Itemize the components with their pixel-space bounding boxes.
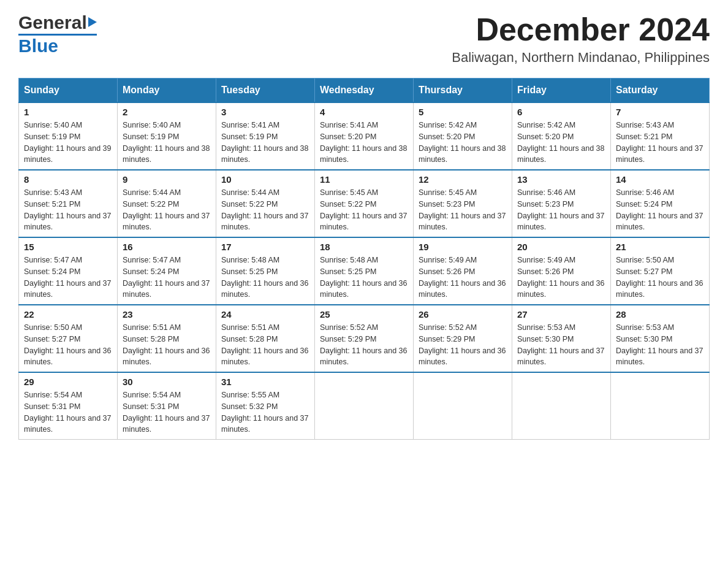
logo: General Blue xyxy=(18,12,97,56)
logo-arrow-icon xyxy=(88,17,97,27)
day-number: 13 xyxy=(517,174,605,185)
calendar-week-row: 29 Sunrise: 5:54 AMSunset: 5:31 PMDaylig… xyxy=(19,372,710,440)
calendar-day-cell: 28 Sunrise: 5:53 AMSunset: 5:30 PMDaylig… xyxy=(611,305,710,372)
calendar-day-cell: 31 Sunrise: 5:55 AMSunset: 5:32 PMDaylig… xyxy=(216,372,315,440)
day-info: Sunrise: 5:48 AMSunset: 5:25 PMDaylight:… xyxy=(221,256,308,299)
calendar-day-cell xyxy=(315,372,414,440)
day-info: Sunrise: 5:44 AMSunset: 5:22 PMDaylight:… xyxy=(123,188,210,231)
day-info: Sunrise: 5:43 AMSunset: 5:21 PMDaylight:… xyxy=(24,188,111,231)
day-info: Sunrise: 5:54 AMSunset: 5:31 PMDaylight:… xyxy=(24,391,111,434)
day-info: Sunrise: 5:41 AMSunset: 5:19 PMDaylight:… xyxy=(221,121,308,164)
calendar-day-cell: 17 Sunrise: 5:48 AMSunset: 5:25 PMDaylig… xyxy=(216,237,315,305)
calendar-day-cell: 10 Sunrise: 5:44 AMSunset: 5:22 PMDaylig… xyxy=(216,170,315,237)
day-info: Sunrise: 5:51 AMSunset: 5:28 PMDaylight:… xyxy=(123,323,210,366)
day-number: 4 xyxy=(320,107,408,117)
day-number: 25 xyxy=(320,309,408,320)
logo-text: General Blue xyxy=(18,12,97,56)
day-info: Sunrise: 5:41 AMSunset: 5:20 PMDaylight:… xyxy=(320,121,407,164)
calendar-day-cell: 12 Sunrise: 5:45 AMSunset: 5:23 PMDaylig… xyxy=(414,170,512,237)
day-number: 29 xyxy=(24,377,112,387)
day-number: 18 xyxy=(320,242,408,252)
calendar-day-cell: 22 Sunrise: 5:50 AMSunset: 5:27 PMDaylig… xyxy=(19,305,118,372)
calendar-day-cell: 27 Sunrise: 5:53 AMSunset: 5:30 PMDaylig… xyxy=(512,305,611,372)
calendar-day-header: Wednesday xyxy=(315,79,414,103)
subtitle: Baliwagan, Northern Mindanao, Philippine… xyxy=(452,50,710,66)
day-number: 8 xyxy=(24,174,112,185)
day-number: 2 xyxy=(123,107,211,117)
day-info: Sunrise: 5:46 AMSunset: 5:23 PMDaylight:… xyxy=(517,188,604,231)
calendar-day-cell xyxy=(414,372,512,440)
calendar-day-cell: 14 Sunrise: 5:46 AMSunset: 5:24 PMDaylig… xyxy=(611,170,710,237)
calendar-day-cell: 30 Sunrise: 5:54 AMSunset: 5:31 PMDaylig… xyxy=(118,372,216,440)
day-number: 27 xyxy=(517,309,605,320)
day-info: Sunrise: 5:42 AMSunset: 5:20 PMDaylight:… xyxy=(419,121,506,164)
calendar-day-cell: 1 Sunrise: 5:40 AMSunset: 5:19 PMDayligh… xyxy=(19,102,118,170)
day-info: Sunrise: 5:44 AMSunset: 5:22 PMDaylight:… xyxy=(221,188,308,231)
day-number: 16 xyxy=(123,242,211,252)
calendar-day-cell: 3 Sunrise: 5:41 AMSunset: 5:19 PMDayligh… xyxy=(216,102,315,170)
calendar-header-row: SundayMondayTuesdayWednesdayThursdayFrid… xyxy=(19,79,710,103)
day-number: 31 xyxy=(221,377,309,387)
calendar-day-cell: 8 Sunrise: 5:43 AMSunset: 5:21 PMDayligh… xyxy=(19,170,118,237)
calendar-day-cell xyxy=(611,372,710,440)
logo-general-text: General xyxy=(18,12,87,33)
day-info: Sunrise: 5:47 AMSunset: 5:24 PMDaylight:… xyxy=(24,256,111,299)
calendar-day-header: Saturday xyxy=(611,79,710,103)
calendar-day-cell xyxy=(512,372,611,440)
calendar-day-cell: 18 Sunrise: 5:48 AMSunset: 5:25 PMDaylig… xyxy=(315,237,414,305)
day-info: Sunrise: 5:51 AMSunset: 5:28 PMDaylight:… xyxy=(221,323,308,366)
calendar-day-cell: 24 Sunrise: 5:51 AMSunset: 5:28 PMDaylig… xyxy=(216,305,315,372)
day-number: 6 xyxy=(517,107,605,117)
day-info: Sunrise: 5:48 AMSunset: 5:25 PMDaylight:… xyxy=(320,256,407,299)
calendar-day-header: Thursday xyxy=(414,79,512,103)
title-block: December 2024 Baliwagan, Northern Mindan… xyxy=(452,12,710,66)
day-number: 11 xyxy=(320,174,408,185)
day-number: 22 xyxy=(24,309,112,320)
day-info: Sunrise: 5:50 AMSunset: 5:27 PMDaylight:… xyxy=(24,323,111,366)
calendar-day-cell: 6 Sunrise: 5:42 AMSunset: 5:20 PMDayligh… xyxy=(512,102,611,170)
calendar-day-cell: 29 Sunrise: 5:54 AMSunset: 5:31 PMDaylig… xyxy=(19,372,118,440)
day-info: Sunrise: 5:45 AMSunset: 5:22 PMDaylight:… xyxy=(320,188,407,231)
day-info: Sunrise: 5:40 AMSunset: 5:19 PMDaylight:… xyxy=(123,121,210,164)
day-info: Sunrise: 5:43 AMSunset: 5:21 PMDaylight:… xyxy=(616,121,703,164)
day-number: 17 xyxy=(221,242,309,252)
day-info: Sunrise: 5:49 AMSunset: 5:26 PMDaylight:… xyxy=(517,256,604,299)
calendar-day-header: Tuesday xyxy=(216,79,315,103)
calendar-day-cell: 5 Sunrise: 5:42 AMSunset: 5:20 PMDayligh… xyxy=(414,102,512,170)
day-number: 30 xyxy=(123,377,211,387)
calendar-week-row: 1 Sunrise: 5:40 AMSunset: 5:19 PMDayligh… xyxy=(19,102,710,170)
calendar-week-row: 8 Sunrise: 5:43 AMSunset: 5:21 PMDayligh… xyxy=(19,170,710,237)
day-number: 3 xyxy=(221,107,309,117)
calendar-day-cell: 15 Sunrise: 5:47 AMSunset: 5:24 PMDaylig… xyxy=(19,237,118,305)
day-number: 28 xyxy=(616,309,704,320)
day-number: 14 xyxy=(616,174,704,185)
day-info: Sunrise: 5:50 AMSunset: 5:27 PMDaylight:… xyxy=(616,256,703,299)
day-number: 12 xyxy=(419,174,507,185)
calendar-day-cell: 2 Sunrise: 5:40 AMSunset: 5:19 PMDayligh… xyxy=(118,102,216,170)
day-info: Sunrise: 5:55 AMSunset: 5:32 PMDaylight:… xyxy=(221,391,308,434)
calendar-day-cell: 16 Sunrise: 5:47 AMSunset: 5:24 PMDaylig… xyxy=(118,237,216,305)
day-info: Sunrise: 5:54 AMSunset: 5:31 PMDaylight:… xyxy=(123,391,210,434)
day-number: 1 xyxy=(24,107,112,117)
day-info: Sunrise: 5:52 AMSunset: 5:29 PMDaylight:… xyxy=(419,323,506,366)
day-number: 10 xyxy=(221,174,309,185)
calendar-day-cell: 19 Sunrise: 5:49 AMSunset: 5:26 PMDaylig… xyxy=(414,237,512,305)
day-number: 24 xyxy=(221,309,309,320)
day-number: 15 xyxy=(24,242,112,252)
day-number: 7 xyxy=(616,107,704,117)
calendar-day-cell: 7 Sunrise: 5:43 AMSunset: 5:21 PMDayligh… xyxy=(611,102,710,170)
day-info: Sunrise: 5:40 AMSunset: 5:19 PMDaylight:… xyxy=(24,121,111,164)
page-header: General Blue December 2024 Baliwagan, No… xyxy=(18,12,710,66)
calendar-day-cell: 11 Sunrise: 5:45 AMSunset: 5:22 PMDaylig… xyxy=(315,170,414,237)
calendar-day-cell: 23 Sunrise: 5:51 AMSunset: 5:28 PMDaylig… xyxy=(118,305,216,372)
day-info: Sunrise: 5:42 AMSunset: 5:20 PMDaylight:… xyxy=(517,121,604,164)
calendar-day-cell: 21 Sunrise: 5:50 AMSunset: 5:27 PMDaylig… xyxy=(611,237,710,305)
calendar-week-row: 15 Sunrise: 5:47 AMSunset: 5:24 PMDaylig… xyxy=(19,237,710,305)
main-title: December 2024 xyxy=(452,12,710,47)
day-info: Sunrise: 5:45 AMSunset: 5:23 PMDaylight:… xyxy=(419,188,506,231)
day-number: 26 xyxy=(419,309,507,320)
day-info: Sunrise: 5:46 AMSunset: 5:24 PMDaylight:… xyxy=(616,188,703,231)
day-number: 20 xyxy=(517,242,605,252)
calendar-table: SundayMondayTuesdayWednesdayThursdayFrid… xyxy=(18,78,710,440)
day-number: 9 xyxy=(123,174,211,185)
